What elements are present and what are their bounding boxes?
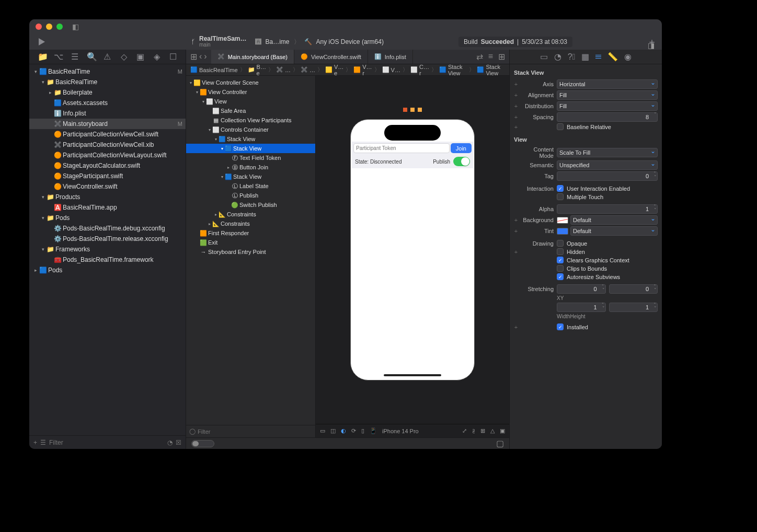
outline-item[interactable]: ▸📐Constraints: [186, 210, 315, 219]
multiple-touch-checkbox[interactable]: [557, 193, 564, 200]
hidden-checkbox[interactable]: [557, 248, 564, 255]
tint-color-well[interactable]: [557, 228, 568, 235]
project-tree-item[interactable]: ⚙️Pods-BasicRealTime.release.xcconfig: [29, 234, 186, 244]
outline-item[interactable]: 🟧First Responder: [186, 228, 315, 238]
tint-select[interactable]: Default: [570, 226, 658, 236]
outline-item[interactable]: ▸ⒷButton Join: [186, 163, 315, 172]
canvas-viewport[interactable]: →: [316, 76, 509, 424]
project-tree-item[interactable]: ▸🟦Pods: [29, 265, 186, 275]
project-tree-item[interactable]: 🟠StageParticipant.swift: [29, 171, 186, 181]
breadcrumb-item[interactable]: 🟦Stack View: [438, 64, 468, 76]
project-tree-item[interactable]: 🟠ParticipantCollectionViewCell.swift: [29, 129, 186, 140]
join-button[interactable]: Join: [451, 143, 472, 153]
device-type-icon[interactable]: 📱: [370, 427, 377, 434]
recent-filter-icon[interactable]: ◔: [167, 439, 173, 446]
breadcrumb-item[interactable]: ⬜V…: [381, 66, 402, 73]
installed-checkbox[interactable]: ✓: [557, 323, 564, 330]
identity-inspector-tab[interactable]: ▦: [581, 52, 589, 62]
right-sidebar-toggle-icon[interactable]: ◨: [648, 41, 655, 50]
source-control-tab[interactable]: ⌥: [54, 52, 62, 62]
alignment-select[interactable]: Fill: [557, 90, 658, 100]
editor-tab[interactable]: ✖️Main.storyboard (Base): [211, 50, 294, 64]
sidebar-toggle-icon[interactable]: ◧: [72, 22, 79, 31]
breadcrumb-item[interactable]: ⬜C…r: [409, 64, 430, 76]
forward-button[interactable]: ›: [204, 52, 207, 62]
outline-item[interactable]: ▾🟨View Controller Scene: [186, 78, 315, 87]
debug-area-toggle[interactable]: [191, 440, 214, 447]
project-tree-item[interactable]: ℹ️Info.plist: [29, 108, 186, 119]
clears-graphics-checkbox[interactable]: ✓: [557, 257, 564, 263]
history-inspector-tab[interactable]: ◔: [554, 52, 561, 62]
outline-item[interactable]: ▾⬜Controls Container: [186, 125, 315, 134]
outline-item[interactable]: ▾🟦Stack View: [186, 172, 315, 181]
pin-tool-icon[interactable]: ⊞: [480, 427, 485, 434]
device-config-icon[interactable]: ▯: [361, 427, 364, 434]
zoom-icon[interactable]: ⤢: [462, 427, 467, 434]
resolve-issues-icon[interactable]: △: [490, 427, 495, 434]
selection-handle[interactable]: [403, 108, 407, 112]
axis-select[interactable]: Horizontal: [557, 79, 658, 89]
issue-navigator-tab[interactable]: ⚠: [103, 52, 111, 62]
project-tree-item[interactable]: 🟠ParticipantCollectionViewLayout.swift: [29, 150, 186, 160]
selection-handle[interactable]: [418, 108, 422, 112]
project-tree-item[interactable]: ▾📁BasicRealTime: [29, 77, 186, 87]
outline-toggle-icon[interactable]: ▭: [320, 427, 325, 434]
outline-item[interactable]: ⓁPublish: [186, 191, 315, 200]
outline-tree[interactable]: ▾🟨View Controller Scene▾🟧View Controller…: [186, 76, 315, 425]
outline-item[interactable]: ▾🟦Stack View: [186, 144, 315, 153]
help-inspector-tab[interactable]: ?⃝: [568, 52, 576, 62]
content-mode-select[interactable]: Scale To Fill: [557, 148, 658, 157]
participant-token-field[interactable]: [353, 143, 450, 153]
canvas-device-label[interactable]: iPhone 14 Pro: [382, 428, 419, 434]
spacing-field[interactable]: [557, 112, 658, 122]
close-window-button[interactable]: [36, 24, 42, 30]
attributes-inspector-tab[interactable]: [595, 55, 601, 59]
outline-filter-input[interactable]: [198, 429, 312, 435]
outline-item[interactable]: 🟢Switch Publish: [186, 200, 315, 210]
stretch-y-field[interactable]: [609, 284, 658, 294]
minimize-window-button[interactable]: [46, 24, 52, 30]
breadcrumb-item[interactable]: 🟦BasicRealTime: [189, 66, 239, 73]
project-tree[interactable]: ▾🟦BasicRealTimeM▾📁BasicRealTime▸📁Boilerp…: [29, 64, 186, 435]
navigator-filter-input[interactable]: [49, 439, 164, 446]
jump-bar[interactable]: 🟦BasicRealTime〉📁B…e〉✖️…〉✖️…〉🟨V…e〉🟧V…r〉⬜V…: [186, 64, 509, 76]
baseline-checkbox[interactable]: [557, 123, 564, 130]
stretch-w-field[interactable]: [557, 303, 606, 312]
back-button[interactable]: ‹: [199, 52, 202, 62]
project-tree-item[interactable]: ⚙️Pods-BasicRealTime.debug.xcconfig: [29, 223, 186, 234]
outline-item[interactable]: →Storyboard Entry Point: [186, 247, 315, 257]
embed-tool-icon[interactable]: ▣: [500, 427, 505, 434]
adjust-editor-icon[interactable]: ≡: [488, 52, 493, 62]
breadcrumb-item[interactable]: 📁B…e: [247, 64, 267, 76]
outline-item[interactable]: ▾🟧View Controller: [186, 87, 315, 97]
assistant-toggle-icon[interactable]: ◫: [330, 427, 336, 434]
outline-item[interactable]: 🟩Exit: [186, 238, 315, 247]
background-color-well[interactable]: [557, 217, 568, 224]
breadcrumb-item[interactable]: 🟨V…e: [324, 64, 345, 76]
breadcrumb-item[interactable]: ✖️…: [275, 66, 292, 73]
scheme-selector[interactable]: ᚶ RealTimeSam… main 🅰 Ba…ime 〉 🔨 Any iOS…: [191, 36, 384, 48]
user-interaction-checkbox[interactable]: ✓: [557, 185, 564, 192]
clips-checkbox[interactable]: [557, 265, 564, 272]
distribution-select[interactable]: Fill: [557, 101, 658, 111]
appearance-toggle-icon[interactable]: ◐: [341, 427, 346, 434]
outline-item[interactable]: ▾⬜View: [186, 97, 315, 106]
project-tree-item[interactable]: ▾📁Pods: [29, 213, 186, 223]
autoresize-checkbox[interactable]: ✓: [557, 273, 564, 280]
stretch-h-field[interactable]: [609, 303, 658, 312]
size-inspector-tab[interactable]: 📏: [607, 52, 618, 62]
counterparts-icon[interactable]: ⇄: [476, 52, 483, 62]
outline-item[interactable]: ▦Collection View Participants: [186, 115, 315, 125]
run-button[interactable]: [39, 38, 45, 45]
project-tree-item[interactable]: 🟦Assets.xcassets: [29, 98, 186, 108]
alpha-field[interactable]: [557, 204, 658, 214]
project-tree-item[interactable]: ▾🟦BasicRealTimeM: [29, 66, 186, 77]
outline-item[interactable]: ⒻText Field Token: [186, 153, 315, 163]
outline-item[interactable]: ▸📐Constraints: [186, 219, 315, 228]
add-editor-icon[interactable]: ⊞: [498, 52, 505, 62]
project-tree-item[interactable]: 🟠ViewController.swift: [29, 181, 186, 192]
opaque-checkbox[interactable]: [557, 240, 564, 247]
breadcrumb-item[interactable]: 🟧V…r: [352, 64, 373, 76]
outline-item[interactable]: ⬜Safe Area: [186, 106, 315, 115]
test-navigator-tab[interactable]: ◇: [120, 52, 128, 62]
